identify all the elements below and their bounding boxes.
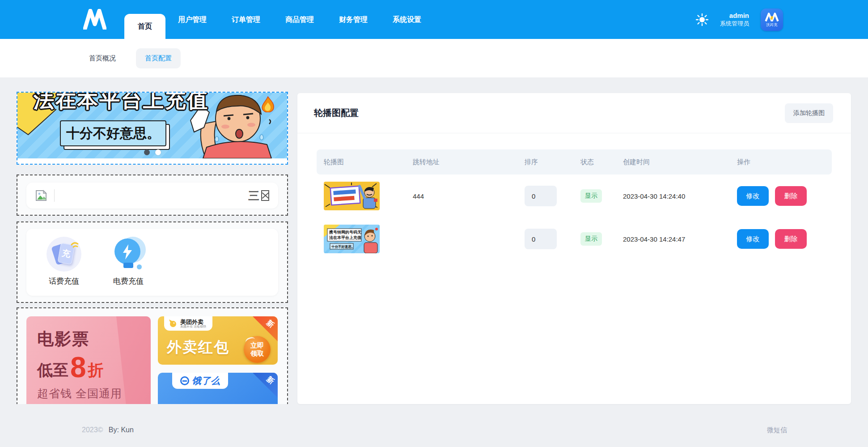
- footer-brand-link[interactable]: 微短信: [767, 426, 787, 434]
- eleme-brand-name: 饿了么: [192, 375, 220, 387]
- col-sort: 排序: [517, 158, 573, 166]
- meituan-brand-pill: 美团外卖 美团外卖 送啥都快: [164, 316, 212, 331]
- table-row: 携号转网的号码无 法在本平台上充值 十分不好意思。: [317, 217, 832, 260]
- delete-button[interactable]: 删除: [775, 229, 807, 249]
- carousel-dot-active[interactable]: [144, 149, 150, 155]
- home-preview-column: 法在本平台上充值 十分不好意思。: [17, 92, 288, 404]
- meituan-brand-name: 美团外卖: [180, 319, 206, 325]
- nav-tab-settings[interactable]: 系统设置: [380, 0, 434, 39]
- nav-tab-home[interactable]: 首页: [124, 14, 165, 39]
- col-operations: 操作: [730, 158, 832, 166]
- carousel-headline-text: 法在本平台上充值: [34, 93, 209, 114]
- preview-carousel-section[interactable]: 法在本平台上充值 十分不好意思。: [17, 92, 288, 165]
- svg-text:十分不好意思。: 十分不好意思。: [331, 245, 355, 249]
- avatar-m-icon: [764, 12, 779, 22]
- svg-text:法在本平台上充值: 法在本平台上充值: [329, 235, 362, 240]
- quick-action-label: 话费充值: [43, 276, 85, 286]
- panel-header: 轮播图配置 添加轮播图: [297, 93, 851, 133]
- preview-quick-actions-section[interactable]: 充 话费充值: [17, 221, 288, 303]
- avatar-caption: 沃闪充: [766, 22, 778, 27]
- subnav-home-overview[interactable]: 首页概况: [89, 48, 116, 68]
- meituan-kangaroo-icon: [169, 319, 178, 328]
- col-status: 状态: [573, 158, 616, 166]
- user-avatar[interactable]: 沃闪充: [761, 9, 783, 31]
- movie-unit: 折: [88, 360, 104, 381]
- carousel-table: 轮播图 跳转地址 排序 状态 创建时间 操作: [317, 149, 832, 260]
- delete-button[interactable]: 删除: [775, 186, 807, 206]
- edit-button[interactable]: 修改: [737, 229, 769, 249]
- electric-recharge-icon: [111, 237, 146, 272]
- user-role: 系统管理员: [720, 20, 749, 27]
- search-placeholder-glyphs: 三: [248, 188, 269, 203]
- carousel-dot[interactable]: [155, 149, 161, 155]
- promo-movie-tickets[interactable]: 电影票 低至 8 折 超省钱 全国通用: [26, 316, 151, 404]
- status-badge: 显示: [580, 189, 602, 203]
- edit-button[interactable]: 修改: [737, 186, 769, 206]
- app-logo[interactable]: [83, 9, 106, 30]
- theme-toggle-sun-icon[interactable]: [696, 13, 708, 26]
- footer-copyright: 2023© By: Kun: [82, 426, 134, 434]
- eleme-brand-pill: 饿了么: [172, 373, 228, 389]
- user-name: admin: [720, 12, 749, 20]
- movie-subtitle: 超省钱 全国通用: [37, 386, 151, 401]
- status-badge: 显示: [580, 232, 602, 246]
- user-menu[interactable]: admin 系统管理员: [720, 12, 749, 27]
- movie-prefix: 低至: [37, 360, 68, 381]
- topbar-right: admin 系统管理员 沃闪充: [696, 0, 783, 39]
- table-header-row: 轮播图 跳转地址 排序 状态 创建时间 操作: [317, 149, 832, 175]
- meituan-cta-button[interactable]: 立即 领取: [244, 336, 271, 363]
- promo-eleme-coupon[interactable]: 饿了么 新: [158, 373, 278, 404]
- carousel-bubble-text: 十分不好意思。: [60, 120, 166, 146]
- carousel-dots: [17, 149, 287, 155]
- search-cursor-divider: [54, 189, 55, 202]
- col-carousel-image: 轮播图: [317, 158, 406, 166]
- panel-title: 轮播图配置: [314, 107, 359, 119]
- broken-glyph-icon: [261, 190, 269, 201]
- carousel-thumbnail-blue: 携号转网的号码无 法在本平台上充值 十分不好意思。: [324, 225, 380, 253]
- meituan-brand-slogan: 美团外卖 送啥都快: [180, 325, 206, 328]
- promo-banner-grid: 电影票 低至 8 折 超省钱 全国通用: [17, 308, 287, 404]
- carousel-config-panel: 轮播图配置 添加轮播图 轮播图 跳转地址 排序 状态 创建时间 操作: [297, 93, 851, 404]
- link-url-value: 444: [406, 192, 517, 200]
- nav-tab-orders[interactable]: 订单管理: [219, 0, 273, 39]
- nav-tab-users[interactable]: 用户管理: [165, 0, 219, 39]
- svg-text:携号转网的号码无: 携号转网的号码无: [329, 230, 362, 234]
- logo-m-icon: [83, 9, 106, 30]
- sub-header: 首页概况 首页配置: [0, 39, 868, 77]
- fire-icon: [261, 96, 275, 112]
- nav-tab-products[interactable]: 商品管理: [273, 0, 326, 39]
- preview-search-section[interactable]: 三: [17, 175, 288, 216]
- carousel-banner-image: 法在本平台上充值 十分不好意思。: [17, 93, 287, 158]
- quick-action-phone-recharge[interactable]: 充 话费充值: [43, 237, 85, 296]
- carousel-thumbnail-comic: [324, 182, 380, 210]
- col-link-url: 跳转地址: [406, 158, 517, 166]
- add-carousel-button[interactable]: 添加轮播图: [785, 103, 833, 123]
- subnav-home-config[interactable]: 首页配置: [136, 48, 181, 68]
- new-badge: 新: [253, 373, 278, 398]
- quick-action-electric-recharge[interactable]: 电费充值: [108, 237, 149, 296]
- app-header: 首页 用户管理 订单管理 商品管理 财务管理 系统设置: [0, 0, 868, 39]
- quick-actions-card: 充 话费充值: [26, 229, 278, 296]
- nav-tab-finance[interactable]: 财务管理: [326, 0, 380, 39]
- sort-order-input[interactable]: [525, 186, 557, 206]
- preview-search-box[interactable]: 三: [26, 183, 278, 209]
- table-row: 444 显示 2023-04-30 14:24:40 修改 删除: [317, 175, 832, 217]
- movie-promo-text: 电影票 低至 8 折 超省钱 全国通用: [26, 316, 151, 401]
- admin-app: 首页 用户管理 订单管理 商品管理 财务管理 系统设置: [0, 0, 868, 447]
- movie-discount: 8: [70, 355, 86, 381]
- phone-recharge-icon: 充: [47, 237, 81, 272]
- meituan-promo-title: 外卖红包: [167, 337, 229, 358]
- preview-promo-banners-section[interactable]: 电影票 低至 8 折 超省钱 全国通用: [17, 307, 288, 404]
- created-time-value: 2023-04-30 14:24:40: [616, 192, 730, 200]
- glyph-text: 三: [248, 188, 259, 203]
- main-nav: 首页 用户管理 订单管理 商品管理 财务管理 系统设置: [124, 0, 434, 39]
- footer-author: By: Kun: [109, 426, 134, 434]
- movie-title: 电影票: [37, 328, 151, 350]
- footer-year: 2023©: [82, 426, 103, 434]
- sort-order-input[interactable]: [525, 229, 557, 249]
- eleme-logo-icon: [180, 376, 189, 385]
- promo-meituan-coupon[interactable]: 美团外卖 美团外卖 送啥都快 外卖红包 立即 领取 新: [158, 316, 278, 365]
- promo-right-column: 美团外卖 美团外卖 送啥都快 外卖红包 立即 领取 新: [158, 316, 278, 404]
- col-created-time: 创建时间: [616, 158, 730, 166]
- broken-image-icon: [35, 190, 47, 201]
